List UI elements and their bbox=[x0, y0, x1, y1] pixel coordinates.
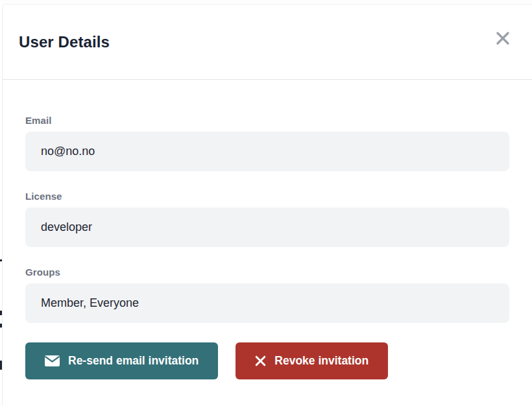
action-buttons-row: Re-send email invitation Revoke invitati… bbox=[25, 342, 509, 379]
modal-header: User Details bbox=[3, 5, 532, 80]
email-label: Email bbox=[25, 115, 509, 126]
license-label: License bbox=[25, 191, 509, 202]
user-details-modal: User Details Email no@no.no License deve… bbox=[2, 4, 532, 406]
revoke-button-label: Revoke invitation bbox=[274, 354, 369, 368]
groups-field-group: Groups Member, Everyone bbox=[25, 267, 509, 323]
resend-button-label: Re-send email invitation bbox=[68, 354, 199, 368]
screen: User Details Email no@no.no License deve… bbox=[0, 0, 532, 406]
modal-body: Email no@no.no License developer Groups … bbox=[3, 80, 532, 379]
revoke-invitation-button[interactable]: Revoke invitation bbox=[236, 342, 388, 379]
envelope-icon bbox=[45, 355, 60, 366]
close-icon bbox=[495, 30, 511, 46]
email-field[interactable]: no@no.no bbox=[25, 132, 509, 171]
email-field-group: Email no@no.no bbox=[25, 115, 509, 171]
license-field-group: License developer bbox=[25, 191, 509, 247]
modal-title: User Details bbox=[19, 33, 110, 51]
groups-label: Groups bbox=[25, 267, 509, 278]
close-button[interactable] bbox=[492, 27, 514, 49]
groups-field[interactable]: Member, Everyone bbox=[25, 283, 509, 323]
license-field[interactable]: developer bbox=[25, 208, 509, 247]
x-icon bbox=[255, 355, 266, 366]
resend-email-invitation-button[interactable]: Re-send email invitation bbox=[25, 342, 218, 379]
